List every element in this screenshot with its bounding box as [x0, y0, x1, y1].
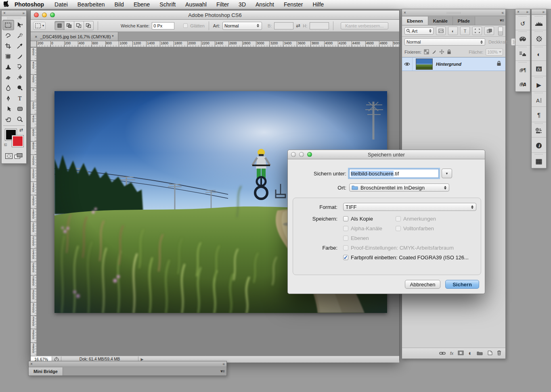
path-selection-tool[interactable] — [2, 104, 14, 114]
minibridge-close-icon[interactable]: × — [30, 362, 33, 366]
brush-tool[interactable] — [14, 51, 26, 62]
save-button[interactable]: Sichern — [445, 280, 479, 289]
character-styles-panel-button[interactable]: A — [515, 76, 530, 92]
lock-pixels-icon[interactable] — [432, 49, 437, 55]
lasso-tool[interactable] — [2, 30, 14, 41]
layer-name[interactable]: Hintergrund — [436, 62, 497, 67]
filter-type-layers-button[interactable]: T — [460, 27, 470, 35]
magic-wand-tool[interactable] — [14, 30, 26, 41]
zoom-window-button[interactable] — [50, 13, 55, 17]
minibridge-menu-icon[interactable]: ▾≡ — [220, 369, 224, 374]
tab-mini-bridge[interactable]: Mini Bridge — [29, 367, 63, 375]
swap-colors-icon[interactable]: ⇄ — [19, 127, 23, 133]
lock-all-icon[interactable] — [447, 49, 451, 55]
link-layers-icon[interactable] — [439, 350, 446, 357]
layer-style-icon[interactable]: fx — [450, 351, 454, 356]
lock-transparency-icon[interactable] — [424, 49, 429, 55]
cancel-button[interactable]: Abbrechen — [405, 280, 440, 289]
swap-dimensions-icon[interactable]: ⇄ — [296, 23, 300, 29]
style-dropdown[interactable]: Normal — [222, 22, 262, 30]
info-panel-button[interactable]: i — [532, 138, 546, 153]
add-selection-mode-button[interactable] — [65, 21, 74, 30]
eyedropper-tool[interactable] — [14, 41, 26, 51]
blend-mode-dropdown[interactable]: Normal — [404, 38, 485, 46]
minimize-window-button[interactable] — [42, 13, 47, 17]
background-color-swatch[interactable] — [12, 136, 23, 147]
intersect-selection-mode-button[interactable] — [84, 21, 94, 30]
strip-close-icon[interactable]: × — [517, 10, 520, 14]
dodge-tool[interactable] — [14, 83, 26, 93]
menu-item-bearbeiten[interactable]: Bearbeiten — [73, 0, 110, 9]
pen-tool[interactable] — [2, 93, 14, 104]
location-popup[interactable]: Broschürentitel im InDesign — [349, 183, 449, 192]
menu-item-hilfe[interactable]: Hilfe — [308, 0, 329, 9]
dialog-zoom-button[interactable] — [307, 152, 312, 157]
3d-panel-button[interactable] — [532, 122, 546, 138]
color-panel-button[interactable] — [515, 30, 530, 46]
tab-ebenen[interactable]: Ebenen — [402, 17, 428, 25]
filter-shape-layers-button[interactable] — [472, 27, 482, 35]
expand-dialog-button[interactable]: ▼ — [442, 169, 452, 178]
menu-item-filter[interactable]: Filter — [212, 0, 234, 9]
paint-bucket-tool[interactable] — [14, 72, 26, 83]
dialog-minimize-button[interactable] — [299, 152, 304, 157]
swatches-panel-button[interactable] — [532, 153, 546, 168]
actions-panel-button[interactable]: ▶ — [532, 76, 546, 92]
screen-mode-button[interactable] — [14, 153, 23, 161]
filter-adjustment-layers-button[interactable]: ◐ — [448, 27, 458, 35]
character-panel-button[interactable]: A — [532, 92, 546, 107]
type-tool[interactable]: T — [14, 93, 26, 104]
quick-mask-button[interactable] — [5, 153, 13, 161]
tools-grip[interactable] — [7, 17, 21, 19]
default-colors-icon[interactable]: ◱ — [4, 143, 7, 146]
checkbox-als-kopie[interactable]: Als Kopie — [343, 216, 396, 222]
minibridge-collapse-icon[interactable]: « — [222, 362, 225, 366]
tools-collapse-icon[interactable]: » — [22, 11, 25, 15]
filename-input[interactable]: titelbild-boschuere.tif — [349, 169, 439, 178]
lock-position-icon[interactable] — [439, 49, 444, 55]
close-document-icon[interactable]: × — [35, 34, 37, 39]
checkbox-farbprofil[interactable]: ✓Farbprofil einbetten: Coated FOGRA39 (I… — [343, 254, 469, 261]
layers-grip[interactable] — [446, 12, 461, 14]
feather-input[interactable]: 0 Px — [152, 22, 174, 29]
new-selection-mode-button[interactable] — [54, 21, 65, 30]
navigator-panel-button[interactable] — [532, 30, 546, 46]
apple-logo-icon[interactable] — [0, 1, 12, 8]
document-tab[interactable]: × _DSC4595.jpg bei 16,7% (CMYK/8) * — [31, 32, 118, 41]
filter-smart-objects-button[interactable] — [484, 27, 494, 35]
panel-menu-icon[interactable]: ▾≡ — [500, 18, 504, 23]
rectangular-marquee-tool[interactable] — [2, 20, 14, 30]
menu-item-schrift[interactable]: Schrift — [155, 0, 180, 9]
menu-item-ansicht[interactable]: Ansicht — [251, 0, 279, 9]
layer-row-hintergrund[interactable]: Hintergrund — [402, 57, 505, 71]
healing-brush-tool[interactable] — [2, 51, 14, 62]
crop-tool[interactable] — [2, 41, 14, 51]
clone-source-panel-button[interactable] — [515, 46, 530, 61]
menu-item-ebene[interactable]: Ebene — [129, 0, 155, 9]
strip2-collapse-icon[interactable]: » — [542, 10, 545, 14]
eraser-tool[interactable] — [2, 72, 14, 83]
paragraph-panel-button[interactable]: ¶ — [532, 107, 546, 122]
menu-item-bild[interactable]: Bild — [110, 0, 129, 9]
shape-tool[interactable] — [14, 104, 26, 114]
menu-item-fenster[interactable]: Fenster — [279, 0, 308, 9]
zoom-tool[interactable] — [14, 114, 26, 125]
menu-item-3d[interactable]: 3D — [234, 0, 251, 9]
new-layer-icon[interactable] — [487, 350, 492, 357]
layers-collapse-icon[interactable]: « — [501, 10, 504, 15]
histogram-panel-button[interactable] — [532, 15, 546, 30]
styles-panel-button[interactable]: fx — [532, 61, 546, 76]
strip-collapse-icon[interactable]: » — [526, 10, 528, 14]
format-popup[interactable]: TIFF — [343, 203, 476, 211]
hand-tool[interactable] — [2, 114, 14, 125]
layer-thumbnail[interactable] — [416, 58, 433, 70]
blur-tool[interactable] — [2, 83, 14, 93]
adjustment-layer-icon[interactable]: ◐ — [468, 350, 472, 357]
menu-item-datei[interactable]: Datei — [50, 0, 73, 9]
history-panel-button[interactable]: ↺ — [515, 15, 530, 30]
dialog-close-button[interactable] — [291, 152, 296, 157]
tools-close-icon[interactable]: × — [3, 11, 6, 15]
new-group-icon[interactable] — [477, 350, 483, 357]
close-window-button[interactable] — [34, 13, 39, 17]
adjustments-panel-button[interactable]: ◐ — [532, 46, 546, 61]
